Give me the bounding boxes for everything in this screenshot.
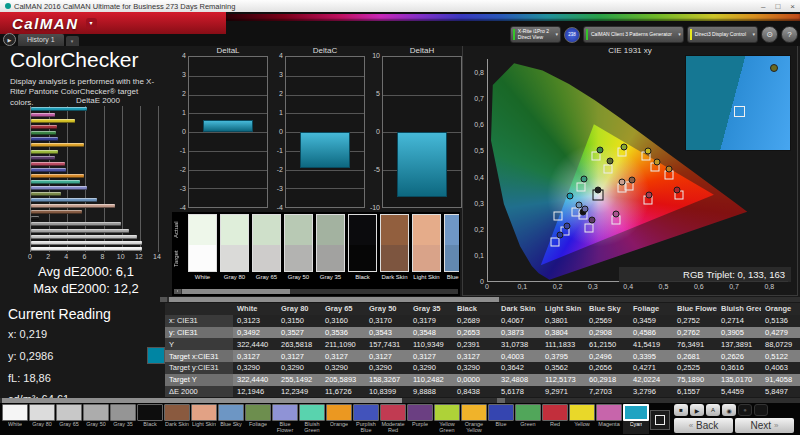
scrollbar-thumb[interactable] <box>2 398 402 403</box>
cie-measured-marker <box>644 148 651 155</box>
back-button[interactable]: « Back <box>674 418 733 433</box>
axis-tick-label: 10 <box>372 52 380 59</box>
scrollbar-thumb[interactable] <box>169 297 499 302</box>
table-column-header: Foliage <box>629 303 673 315</box>
bottom-scrollbar[interactable] <box>0 398 800 403</box>
table-cell: 0,5122 <box>761 350 800 362</box>
scroll-left-icon[interactable] <box>160 297 167 302</box>
table-cell: 0,0000 <box>453 374 497 386</box>
patch-button-white[interactable]: White <box>2 404 28 434</box>
target-row-label: Target <box>173 246 186 272</box>
patch-button-orange[interactable]: Orange <box>326 404 352 434</box>
table-cell: 0,4271 <box>629 362 673 374</box>
delta-e-bars <box>31 106 167 252</box>
help-button[interactable]: ? <box>781 26 798 43</box>
table-cell: 5,8497 <box>761 386 800 398</box>
patch-color <box>29 404 55 421</box>
patch-button-magenta[interactable]: Magenta <box>596 404 622 434</box>
table-cell: 0,3127 <box>321 350 365 362</box>
table-cell: 0,3873 <box>497 327 541 339</box>
settings-button[interactable]: ⊙ <box>761 26 778 43</box>
patch-button-light-skin[interactable]: Light Skin <box>191 404 217 434</box>
swatch-label: White <box>188 274 217 280</box>
cie-inset-target-square <box>734 106 745 117</box>
patch-button-blue[interactable]: Blue <box>488 404 514 434</box>
table-scrollbar[interactable] <box>160 297 800 302</box>
patch-button-blue-flower[interactable]: Blue Flower <box>272 404 298 434</box>
stop-button[interactable]: ■ <box>674 404 688 416</box>
swatch-patches <box>188 214 459 272</box>
patch-button-foliage[interactable]: Foliage <box>245 404 271 434</box>
patch-button-gray-50[interactable]: Gray 50 <box>83 404 109 434</box>
patch-button-label: Dark Skin <box>165 421 189 434</box>
table-cell: 12,1946 <box>233 386 277 398</box>
swatch-scrollbar[interactable] <box>174 289 458 294</box>
scrollbar-arrow[interactable] <box>497 398 505 403</box>
chart-title: DeltaH <box>382 46 462 55</box>
grid-line <box>189 132 267 133</box>
record-button[interactable]: ● <box>738 404 752 416</box>
minimize-button[interactable]: – <box>761 2 765 11</box>
play-icon[interactable]: ▶ <box>3 33 16 46</box>
patch-button-label: Magenta <box>598 421 619 434</box>
patch-button-gray-35[interactable]: Gray 35 <box>110 404 136 434</box>
patch-button-cyan[interactable]: Cyan <box>623 404 649 434</box>
toolbar: X-Rite i1Pro 2 Direct View ▾ 238 CalMAN … <box>510 25 798 44</box>
tab-history-1[interactable]: History 1 <box>18 34 64 46</box>
table-cell: 0,3127 <box>365 350 409 362</box>
delta-e-bar <box>31 156 55 160</box>
delta-bar <box>397 132 447 197</box>
patch-button-gray-80[interactable]: Gray 80 <box>29 404 55 434</box>
plot-area <box>188 56 268 208</box>
patch-button-dark-skin[interactable]: Dark Skin <box>164 404 190 434</box>
extra-button[interactable] <box>754 404 768 416</box>
scroll-left-icon[interactable] <box>174 289 181 294</box>
patch-button-gray-65[interactable]: Gray 65 <box>56 404 82 434</box>
patch-button-label: Blue Sky <box>220 421 242 434</box>
cie-target-marker <box>576 182 585 191</box>
calman-logo-menu[interactable]: CalMAN ▾ <box>0 12 226 34</box>
table-cell: 0,2626 <box>717 350 761 362</box>
table-cell: 0,2752 <box>673 315 717 327</box>
display-control-dropdown[interactable]: Direct3 Display Control ▾ <box>687 26 758 43</box>
max-de2000: Max dE2000: 12,2 <box>0 281 172 296</box>
scrollbar-thumb[interactable] <box>182 289 290 294</box>
axis-tick-label: -4 <box>277 204 283 211</box>
back-button-label: Back <box>696 420 718 431</box>
patch-button-red[interactable]: Red <box>542 404 568 434</box>
patch-button-green[interactable]: Green <box>515 404 541 434</box>
patch-button-orange-yellow[interactable]: Orange Yellow <box>461 404 487 434</box>
axis-tick-label: 1 <box>279 109 283 116</box>
source-dropdown[interactable]: CalMAN Client 3 Patterns Generator ▾ <box>583 26 684 43</box>
patch-button-purple[interactable]: Purple <box>407 404 433 434</box>
patch-button-moderate-red[interactable]: Moderate Red <box>380 404 406 434</box>
patch-button-blue-sky[interactable]: Blue Sky <box>218 404 244 434</box>
patch-button-yellow[interactable]: Yellow <box>569 404 595 434</box>
next-button[interactable]: Next » <box>735 418 794 433</box>
play-button[interactable]: ▶ <box>690 404 704 416</box>
close-button[interactable]: × <box>790 2 795 11</box>
axis-tick-label: 0,5 <box>474 147 484 154</box>
table-cell: 0,3127 <box>453 350 497 362</box>
view-button[interactable]: ◉ <box>722 404 736 416</box>
table-cell: 137,3891 <box>717 338 761 350</box>
table-cell: 10,8399 <box>365 386 409 398</box>
swatch-target <box>445 245 459 271</box>
patch-button-bluish-green[interactable]: Bluish Green <box>299 404 325 434</box>
meter-dropdown[interactable]: X-Rite i1Pro 2 Direct View ▾ <box>510 26 561 43</box>
patch-button-purplish-blue[interactable]: Purplish Blue <box>353 404 379 434</box>
patch-button-black[interactable]: Black <box>137 404 163 434</box>
patch-color <box>434 404 460 421</box>
table-row-label: Target x:CIE31 <box>165 350 233 362</box>
cie-measured-marker <box>621 144 628 151</box>
autocal-button[interactable]: A <box>706 404 720 416</box>
current-reading-y: y: 0,2986 <box>8 350 53 362</box>
maximize-button[interactable]: □ <box>775 2 780 11</box>
patch-button-yellow-green[interactable]: Yellow Green <box>434 404 460 434</box>
cie-target-marker <box>553 212 562 221</box>
axis-tick-label: 5 <box>376 90 380 97</box>
layout-toggle-button[interactable] <box>650 410 670 430</box>
tab-stub[interactable]: ▾ <box>66 36 79 46</box>
next-arrow-icon: » <box>774 421 778 430</box>
delta-h-chart: DeltaH 1050-5-10 <box>370 46 462 216</box>
